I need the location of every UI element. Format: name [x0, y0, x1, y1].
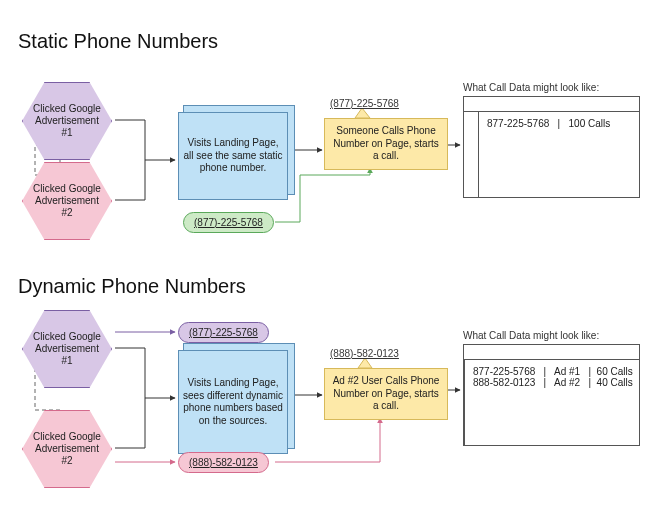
card-landing-dynamic: Visits Landing Page, sees different dyna…: [178, 350, 288, 454]
hex-ad1-dynamic: Clicked Google Advertisement #1: [22, 310, 112, 388]
hex-ad2-static: Clicked Google Advertisement #2: [22, 162, 112, 240]
title-dynamic: Dynamic Phone Numbers: [18, 275, 246, 298]
note-static-text: Someone Calls Phone Number on Page, star…: [331, 125, 441, 163]
pill-phone-static: (877)-225-5768: [183, 212, 274, 233]
hex-ad1-dynamic-label: Clicked Google Advertisement #1: [22, 331, 112, 367]
data-box-dynamic: 877-225-5768 | Ad #1 | 60 Calls 888-582-…: [463, 344, 640, 446]
pill-phone-dynamic-bottom: (888)-582-0123: [178, 452, 269, 473]
data-box-static: 877-225-5768 | 100 Calls: [463, 96, 640, 198]
title-static: Static Phone Numbers: [18, 30, 218, 53]
note-dynamic-text: Ad #2 User Calls Phone Number on Page, s…: [331, 375, 441, 413]
hex-ad2-dynamic-label: Clicked Google Advertisement #2: [22, 431, 112, 467]
data-rows-static: 877-225-5768 | 100 Calls: [479, 112, 618, 198]
hex-ad2-dynamic: Clicked Google Advertisement #2: [22, 410, 112, 488]
hex-ad1-static-label: Clicked Google Advertisement #1: [22, 103, 112, 139]
data-title-static: What Call Data might look like:: [463, 82, 599, 93]
card-landing-static: Visits Landing Page, all see the same st…: [178, 112, 288, 200]
pill-phone-dynamic-top: (877)-225-5768: [178, 322, 269, 343]
hex-ad2-static-label: Clicked Google Advertisement #2: [22, 183, 112, 219]
note-static: Someone Calls Phone Number on Page, star…: [324, 118, 448, 170]
note-phone-static: (877)-225-5768: [330, 98, 399, 109]
hex-ad1-static: Clicked Google Advertisement #1: [22, 82, 112, 160]
card-landing-static-text: Visits Landing Page, all see the same st…: [183, 137, 283, 175]
card-landing-dynamic-text: Visits Landing Page, sees different dyna…: [183, 377, 283, 427]
note-dynamic: Ad #2 User Calls Phone Number on Page, s…: [324, 368, 448, 420]
note-phone-dynamic: (888)-582-0123: [330, 348, 399, 359]
data-rows-dynamic: 877-225-5768 | Ad #1 | 60 Calls 888-582-…: [465, 360, 641, 446]
data-title-dynamic: What Call Data might look like:: [463, 330, 599, 341]
